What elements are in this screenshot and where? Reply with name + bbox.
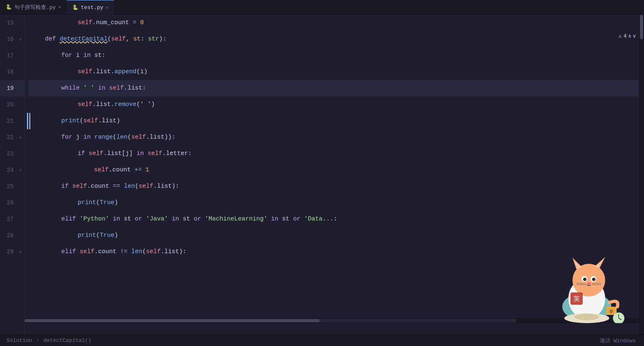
gutter-row-27: 27 [0, 211, 24, 227]
fold-29[interactable]: ◇ [17, 249, 24, 254]
line-number-28: 28 [0, 232, 17, 239]
gutter-row-18: 18 [0, 64, 24, 80]
code-line-21: print(self.list) [29, 113, 644, 129]
gutter-row-17: 17 [0, 47, 24, 64]
scrollbar-thumb[interactable] [640, 15, 643, 39]
line-number-15: 15 [0, 20, 17, 26]
breadcrumb-separator: › [36, 337, 39, 344]
code-line-23: if self.list[j] in self.letter: [29, 146, 644, 162]
gutter-row-24: 24 ◇ [0, 162, 24, 178]
line-number-20: 20 [0, 101, 17, 108]
editor-area: ⚠ 4 ∧ ∨ 15 16 ◇ 17 18 19 [0, 15, 644, 335]
code-area[interactable]: self.num_count = 0 def detectCapital(sel… [25, 15, 644, 335]
gutter-row-15: 15 [0, 15, 24, 31]
code-line-15: self.num_count = 0 [29, 15, 644, 31]
gutter-row-20: 20 [0, 97, 24, 113]
code-line-28: print(True) [29, 227, 644, 244]
line-number-21: 21 [0, 118, 17, 124]
scrollbar[interactable] [639, 15, 644, 335]
code-line-16: def detectCapital(self, st: str): [29, 31, 644, 47]
line-number-18: 18 [0, 69, 17, 75]
fold-24[interactable]: ◇ [17, 168, 24, 173]
tab-icon-juzi: 🐍 [6, 4, 12, 10]
tab-bar: 🐍 句子拼写检查.py ✕ 🐍 test.py ✕ [0, 0, 644, 15]
gutter-row-21: 21 [0, 113, 24, 129]
gutter-row-25: 25 [0, 178, 24, 195]
windows-activation-text: 激活 Windows [600, 337, 636, 344]
status-bar: Solution › detectCapital() 激活 Windows [0, 335, 644, 346]
line-number-17: 17 [0, 52, 17, 59]
line-number-23: 23 [0, 151, 17, 157]
line-gutter: 15 16 ◇ 17 18 19 20 21 [0, 15, 25, 335]
line-number-19: 19 [0, 85, 17, 92]
line-number-29: 29 [0, 249, 17, 255]
line-number-16: 16 [0, 36, 17, 43]
gutter-row-23: 23 [0, 146, 24, 162]
line-number-22: 22 [0, 134, 17, 141]
line-number-25: 25 [0, 183, 17, 190]
tab-label-juzi: 句子拼写检查.py [14, 4, 56, 11]
line-number-27: 27 [0, 216, 17, 222]
code-line-24: self.count += 1 [29, 162, 644, 178]
code-line-17: for i in st: [29, 47, 644, 64]
code-line-29: elif self.count != len(self.list): [29, 244, 644, 260]
gutter-row-26: 26 [0, 195, 24, 211]
tab-label-test: test.py [81, 4, 103, 11]
code-line-18: self.list.append(i) [29, 64, 644, 80]
gutter-row-29: 29 ◇ [0, 244, 24, 260]
breadcrumb-solution: Solution [7, 337, 32, 344]
fold-22[interactable]: ◇ [17, 135, 24, 140]
gutter-row-28: 28 [0, 227, 24, 244]
code-line-27: elif 'Python' in st or 'Java' in st or '… [29, 211, 644, 227]
breadcrumb-method: detectCapital() [43, 337, 91, 344]
code-line-20: self.list.remove(' ') [29, 97, 644, 113]
code-line-19: while ' ' in self.list: [29, 80, 644, 97]
tab-juzi[interactable]: 🐍 句子拼写检查.py ✕ [0, 0, 67, 14]
tab-close-juzi[interactable]: ✕ [58, 4, 61, 10]
tab-icon-test: 🐍 [72, 4, 78, 11]
fold-16[interactable]: ◇ [17, 37, 24, 42]
gutter-row-19: 19 [0, 80, 24, 97]
gutter-row-16: 16 ◇ [0, 31, 24, 47]
gutter-row-22: 22 ◇ [0, 129, 24, 146]
code-line-25: if self.count == len(self.list): [29, 178, 644, 195]
code-line-26: print(True) [29, 195, 644, 211]
tab-close-test[interactable]: ✕ [106, 5, 109, 10]
code-self-15: self [78, 15, 92, 31]
tab-test[interactable]: 🐍 test.py ✕ [67, 0, 114, 14]
code-line-22: for j in range(len(self.list)): [29, 129, 644, 146]
horizontal-scrollbar[interactable] [25, 318, 639, 323]
line-number-24: 24 [0, 167, 17, 173]
line-number-26: 26 [0, 200, 17, 206]
